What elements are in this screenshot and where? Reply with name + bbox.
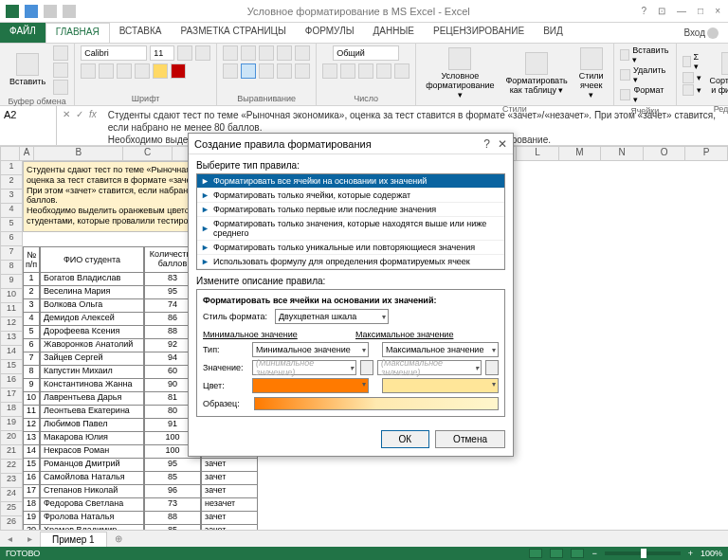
- merge-icon[interactable]: [295, 63, 310, 79]
- view-layout-icon[interactable]: [550, 549, 563, 558]
- dialog-titlebar[interactable]: Создание правила форматирования ?✕: [189, 134, 513, 154]
- comma-icon[interactable]: [358, 63, 373, 79]
- paste-button[interactable]: Вставить: [6, 51, 49, 89]
- row-header-7[interactable]: 7: [0, 246, 23, 261]
- fill-down-icon[interactable]: [682, 72, 694, 83]
- rule-type-item[interactable]: ►Форматировать только первые или последн…: [197, 203, 504, 217]
- delete-cells-button[interactable]: Удалить ▾: [620, 65, 670, 84]
- format-as-table-button[interactable]: Форматировать как таблицу ▾: [501, 50, 571, 98]
- row-header-26[interactable]: 26: [0, 516, 23, 531]
- col-header-C[interactable]: C: [123, 146, 172, 161]
- row-header-23[interactable]: 23: [0, 474, 23, 488]
- align-right-icon[interactable]: [259, 63, 274, 79]
- number-format-combo[interactable]: Общий: [333, 45, 399, 61]
- table-row[interactable]: 16 Самойлова Наталья 85 зачет: [23, 472, 258, 485]
- currency-icon[interactable]: [322, 63, 337, 79]
- copy-icon[interactable]: [53, 63, 68, 78]
- name-box[interactable]: A2: [0, 106, 57, 145]
- tab-formulas[interactable]: ФОРМУЛЫ: [296, 23, 364, 43]
- italic-icon[interactable]: [99, 63, 114, 79]
- font-name-combo[interactable]: Calibri: [81, 45, 147, 61]
- wrap-text-icon[interactable]: [295, 45, 310, 61]
- signin-link[interactable]: Вход: [674, 23, 728, 43]
- dec-decimal-icon[interactable]: [394, 63, 410, 79]
- cut-icon[interactable]: [53, 45, 68, 61]
- fx-icon[interactable]: fx: [89, 109, 97, 119]
- maximize-icon[interactable]: □: [698, 6, 703, 16]
- fill-color-icon[interactable]: [153, 63, 168, 79]
- view-pagebreak-icon[interactable]: [571, 549, 584, 558]
- zoom-level[interactable]: 100%: [701, 549, 722, 558]
- format-painter-icon[interactable]: [53, 80, 68, 95]
- select-all-corner[interactable]: [0, 146, 20, 161]
- row-header-24[interactable]: 24: [0, 488, 23, 502]
- max-value-input[interactable]: (Максимальное значение): [377, 360, 482, 375]
- row-header-15[interactable]: 15: [0, 360, 23, 374]
- clear-icon[interactable]: [682, 84, 694, 96]
- row-header-18[interactable]: 18: [0, 403, 23, 417]
- col-header-N[interactable]: N: [601, 146, 644, 161]
- sheet-nav-prev-icon[interactable]: ◂: [0, 533, 20, 544]
- help-icon[interactable]: ?: [642, 6, 647, 16]
- sheet-tab-active[interactable]: Пример 1: [40, 532, 107, 547]
- rule-type-item[interactable]: ►Использовать формулу для определения фо…: [197, 255, 504, 269]
- row-header-20[interactable]: 20: [0, 431, 23, 445]
- table-row[interactable]: 18 Федорова Светлана 73 незачет: [23, 498, 258, 512]
- style-format-combo[interactable]: Двухцветная шкала: [275, 309, 389, 324]
- row-header-5[interactable]: 5: [0, 218, 23, 232]
- row-header-10[interactable]: 10: [0, 289, 23, 303]
- row-header-12[interactable]: 12: [0, 317, 23, 332]
- dialog-close-icon[interactable]: ✕: [498, 137, 507, 151]
- table-row[interactable]: 19 Фролова Наталья 88 зачет: [23, 512, 258, 525]
- min-color-combo[interactable]: [252, 378, 369, 393]
- redo-icon[interactable]: [63, 5, 76, 18]
- rule-type-list[interactable]: ►Форматировать все ячейки на основании и…: [196, 173, 505, 270]
- align-middle-icon[interactable]: [241, 45, 256, 61]
- max-ref-button[interactable]: [485, 360, 499, 375]
- align-top-icon[interactable]: [223, 45, 238, 61]
- close-icon[interactable]: ×: [715, 6, 720, 16]
- min-value-input[interactable]: (Минимальное значение): [252, 360, 356, 375]
- row-header-17[interactable]: 17: [0, 388, 23, 403]
- zoom-out-icon[interactable]: −: [592, 549, 596, 558]
- zoom-slider[interactable]: [605, 551, 681, 555]
- align-center-icon[interactable]: [241, 63, 256, 79]
- row-header-16[interactable]: 16: [0, 374, 23, 388]
- rule-type-item[interactable]: ►Форматировать только уникальные или пов…: [197, 241, 504, 255]
- conditional-format-button[interactable]: Условное форматирование ▾: [422, 45, 498, 102]
- row-header-2[interactable]: 2: [0, 175, 23, 190]
- cell-styles-button[interactable]: Стили ячеек ▾: [575, 45, 608, 102]
- max-color-combo[interactable]: [382, 378, 499, 393]
- row-header-3[interactable]: 3: [0, 190, 23, 204]
- format-cells-button[interactable]: Формат ▾: [620, 85, 670, 104]
- tab-data[interactable]: ДАННЫЕ: [364, 23, 424, 43]
- align-left-icon[interactable]: [223, 63, 238, 79]
- border-icon[interactable]: [135, 63, 150, 79]
- decrease-font-icon[interactable]: [195, 45, 210, 61]
- tab-view[interactable]: ВИД: [534, 23, 573, 43]
- row-header-14[interactable]: 14: [0, 346, 23, 360]
- tab-layout[interactable]: РАЗМЕТКА СТРАНИЦЫ: [172, 23, 296, 43]
- col-header-M[interactable]: M: [559, 146, 602, 161]
- dialog-help-icon[interactable]: ?: [483, 137, 490, 151]
- max-type-combo[interactable]: Максимальное значение: [382, 342, 499, 357]
- row-header-9[interactable]: 9: [0, 275, 23, 289]
- ribbon-options-icon[interactable]: ⊡: [658, 6, 665, 16]
- sheet-nav-next-icon[interactable]: ▸: [20, 533, 40, 544]
- zoom-in-icon[interactable]: +: [688, 549, 693, 558]
- add-sheet-icon[interactable]: ⊕: [107, 533, 130, 544]
- rule-type-item[interactable]: ►Форматировать только ячейки, которые со…: [197, 189, 504, 203]
- view-normal-icon[interactable]: [529, 549, 542, 558]
- tab-insert[interactable]: ВСТАВКА: [110, 23, 172, 43]
- insert-cells-button[interactable]: Вставить ▾: [620, 45, 670, 64]
- min-ref-button[interactable]: [360, 360, 373, 375]
- font-color-icon[interactable]: [171, 63, 186, 79]
- row-header-11[interactable]: 11: [0, 303, 23, 317]
- row-header-8[interactable]: 8: [0, 261, 23, 275]
- undo-icon[interactable]: [44, 5, 57, 18]
- font-size-combo[interactable]: 11: [150, 45, 174, 61]
- row-header-4[interactable]: 4: [0, 204, 23, 218]
- col-header-O[interactable]: O: [644, 146, 686, 161]
- row-header-21[interactable]: 21: [0, 445, 23, 460]
- row-header-1[interactable]: 1: [0, 161, 23, 175]
